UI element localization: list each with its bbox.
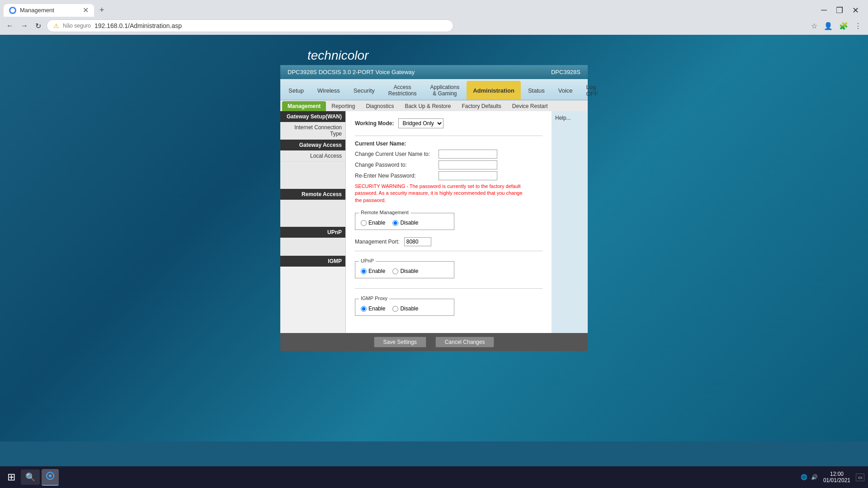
address-bar-row: ← → ↻ ⚠ Não seguro 192.168.0.1/Administr… — [0, 17, 868, 35]
sidebar-header-upnp: UPnP — [280, 227, 345, 238]
igmp-enable-label[interactable]: Enable — [361, 305, 385, 312]
browser-chrome: Management ✕ + ─ ❐ ✕ ← → ↻ ⚠ Não seguro … — [0, 0, 868, 35]
new-tab-button[interactable]: + — [96, 4, 108, 17]
network-icon: 🌐 — [801, 474, 807, 480]
upnp-disable-label[interactable]: Disable — [392, 268, 418, 274]
tab-setup[interactable]: Setup — [282, 81, 310, 100]
forward-button[interactable]: → — [19, 20, 30, 32]
help-text: Help... — [555, 115, 571, 121]
tab-title: Management — [20, 7, 79, 14]
igmp-disable-label[interactable]: Disable — [392, 305, 418, 312]
igmp-legend: IGMP Proxy — [359, 296, 389, 301]
user-section: Current User Name: Change Current User N… — [355, 141, 542, 204]
reenter-password-input[interactable] — [439, 171, 497, 180]
content-area: Working Mode: Bridged Only Router Mode C… — [346, 111, 552, 333]
remote-management-box: Remote Management Enable Disable — [355, 213, 454, 230]
igmp-enable-radio[interactable] — [361, 306, 367, 312]
upnp-legend: UPnP — [359, 258, 376, 263]
tab-access-restrictions[interactable]: AccessRestrictions — [382, 81, 423, 100]
main-content: Gateway Setup(WAN) Internet Connection T… — [280, 111, 588, 333]
change-password-row: Change Password to: — [355, 160, 542, 169]
restore-button[interactable]: ❐ — [832, 5, 847, 16]
tab-wireless[interactable]: Wireless — [311, 81, 346, 100]
bottom-bar: Save Settings Cancel Changes — [280, 333, 588, 351]
upnp-enable-radio[interactable] — [361, 268, 367, 274]
management-port-label: Management Port: — [355, 239, 400, 245]
taskbar-clock: 12:00 01/01/2021 — [823, 471, 850, 483]
sidebar-item-internet-connection[interactable]: Internet Connection Type — [280, 122, 345, 140]
tab-voice[interactable]: Voice — [552, 81, 579, 100]
subtab-management[interactable]: Management — [282, 101, 326, 111]
cancel-changes-button[interactable]: Cancel Changes — [435, 337, 495, 347]
window-controls: ─ ❐ ✕ — [817, 5, 864, 16]
sidebar-header-remote-access: Remote Access — [280, 189, 345, 200]
upnp-enable-label[interactable]: Enable — [361, 268, 385, 274]
tab-administration[interactable]: Administration — [467, 81, 521, 100]
brand-header: technicolor — [280, 44, 588, 65]
url-text: 192.168.0.1/Administration.asp — [94, 22, 182, 29]
svg-point-0 — [10, 8, 15, 13]
tab-logoff[interactable]: Log OFF — [580, 81, 604, 100]
svg-point-2 — [49, 474, 52, 477]
extensions-icon[interactable]: 🧩 — [837, 20, 850, 32]
help-panel: Help... — [552, 111, 588, 333]
change-username-input[interactable] — [439, 150, 497, 159]
save-settings-button[interactable]: Save Settings — [374, 337, 426, 347]
remote-management-disable-label[interactable]: Disable — [392, 220, 418, 226]
remote-management-disable-radio[interactable] — [392, 220, 398, 226]
sidebar-header-gateway-access: Gateway Access — [280, 140, 345, 150]
upnp-disable-radio[interactable] — [392, 268, 398, 274]
sidebar-header-gateway-wan: Gateway Setup(WAN) — [280, 111, 345, 122]
back-button[interactable]: ← — [5, 20, 15, 32]
profile-icon[interactable]: 👤 — [822, 20, 835, 32]
taskbar-right: 🌐 🔊 12:00 01/01/2021 ▭ — [801, 471, 864, 483]
management-port-input[interactable] — [404, 237, 431, 246]
remote-management-enable-label[interactable]: Enable — [361, 220, 385, 226]
menu-icon[interactable]: ⋮ — [853, 20, 863, 32]
tab-applications-gaming[interactable]: Applications& Gaming — [424, 81, 466, 100]
tab-close-button[interactable]: ✕ — [83, 7, 89, 14]
upnp-box: UPnP Enable Disable — [355, 261, 454, 278]
start-button[interactable]: ⊞ — [4, 469, 19, 485]
taskbar-chrome-icon[interactable] — [42, 469, 59, 486]
igmp-radio-group: Enable Disable — [361, 303, 448, 312]
address-bar[interactable]: ⚠ Não seguro 192.168.0.1/Administration.… — [47, 19, 453, 32]
subtab-diagnostics[interactable]: Diagnostics — [360, 101, 399, 111]
upnp-section: UPnP Enable Disable — [355, 257, 542, 283]
url-warning-text: Não seguro — [63, 23, 91, 29]
divider-3 — [355, 288, 542, 289]
nav-tabs-row: Setup Wireless Security AccessRestrictio… — [280, 79, 588, 100]
refresh-button[interactable]: ↻ — [33, 20, 43, 32]
remote-management-radio-group: Enable Disable — [361, 217, 448, 226]
close-button[interactable]: ✕ — [849, 5, 863, 16]
subtab-backup-restore[interactable]: Back Up & Restore — [399, 101, 456, 111]
subtab-reporting[interactable]: Reporting — [326, 101, 360, 111]
tab-status[interactable]: Status — [522, 81, 551, 100]
volume-icon: 🔊 — [811, 474, 818, 480]
active-tab[interactable]: Management ✕ — [4, 4, 94, 17]
subtab-device-restart[interactable]: Device Restart — [507, 101, 553, 111]
brand-name: technicolor — [307, 48, 368, 62]
tab-security[interactable]: Security — [347, 81, 381, 100]
remote-management-enable-radio[interactable] — [361, 220, 367, 226]
change-password-input[interactable] — [439, 160, 497, 169]
sidebar-header-igmp: IGMP — [280, 256, 345, 267]
change-username-label: Change Current User Name to: — [355, 151, 439, 157]
working-mode-row: Working Mode: Bridged Only Router Mode — [355, 118, 542, 128]
subtab-factory-defaults[interactable]: Factory Defaults — [456, 101, 506, 111]
bookmark-icon[interactable]: ☆ — [809, 20, 819, 32]
page-background: technicolor DPC3928S DOCSIS 3.0 2-PORT V… — [0, 35, 868, 441]
divider-2 — [355, 251, 542, 251]
security-warning-text: SECURITY WARNING - The password is curre… — [355, 183, 527, 204]
show-desktop-button[interactable]: ▭ — [856, 474, 864, 481]
sidebar: Gateway Setup(WAN) Internet Connection T… — [280, 111, 346, 333]
working-mode-select[interactable]: Bridged Only Router Mode — [398, 118, 443, 128]
reenter-password-label: Re-Enter New Password: — [355, 173, 439, 179]
minimize-button[interactable]: ─ — [817, 5, 830, 16]
taskbar-search-icon[interactable]: 🔍 — [21, 469, 40, 485]
working-mode-label: Working Mode: — [355, 120, 394, 127]
toolbar-icons: ☆ 👤 🧩 ⋮ — [809, 20, 863, 32]
sidebar-item-local-access[interactable]: Local Access — [280, 150, 345, 162]
taskbar-date-text: 01/01/2021 — [823, 477, 850, 483]
igmp-disable-radio[interactable] — [392, 306, 398, 312]
